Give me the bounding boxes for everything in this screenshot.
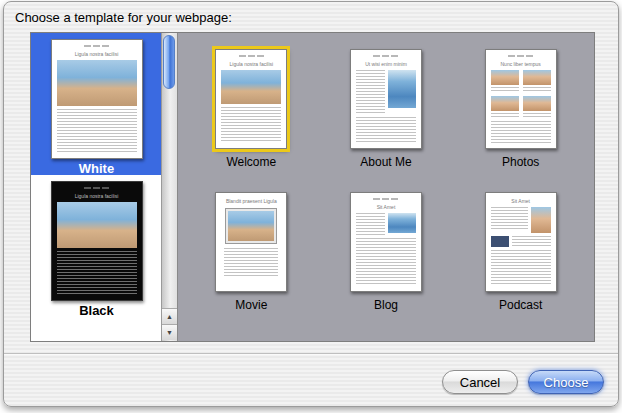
- preview-photo: [523, 96, 551, 111]
- theme-list: Ligula nostra facilisi White Ligula nost…: [31, 33, 178, 341]
- preview-media-box: [491, 236, 509, 247]
- preview-nav: [221, 55, 281, 58]
- preview-title: Sit Amet: [491, 198, 551, 204]
- template-item-about-me[interactable]: Ut wisi enim minim About Me: [319, 45, 454, 188]
- template-preview: Ligula nostra facilisi: [51, 181, 143, 301]
- preview-text-lines: [356, 117, 416, 143]
- preview-row: [491, 236, 551, 247]
- preview-text-lines: [491, 121, 551, 143]
- template-preview[interactable]: Ut wisi enim minim: [350, 49, 422, 149]
- preview-text-lines: [356, 238, 416, 286]
- preview-text-lines: [491, 113, 519, 118]
- template-preview[interactable]: Ligula nostra facilisi: [215, 49, 287, 149]
- template-item-photos[interactable]: Nunc liber tempus Photos: [453, 45, 588, 188]
- theme-label: White: [79, 161, 114, 176]
- template-chooser-dialog: Choose a template for your webpage: Ligu…: [3, 1, 619, 407]
- preview-nav: [356, 198, 416, 201]
- theme-item-white[interactable]: Ligula nostra facilisi White: [31, 33, 162, 175]
- preview-row: [356, 70, 416, 114]
- preview-title: Nunc liber tempus: [491, 61, 551, 67]
- footer-separator: [4, 353, 618, 354]
- theme-item-black[interactable]: Ligula nostra facilisi Black: [31, 175, 162, 317]
- template-label: Podcast: [499, 298, 542, 312]
- preview-nav: [57, 187, 137, 190]
- template-label: About Me: [360, 155, 411, 169]
- footer-buttons: Cancel Choose: [442, 370, 604, 394]
- scroll-down-button[interactable]: ▼: [162, 324, 177, 340]
- preview-photo: [388, 213, 416, 233]
- preview-photo: [491, 96, 519, 111]
- preview-photo: [388, 70, 416, 108]
- template-label: Photos: [502, 155, 539, 169]
- template-preview: Ligula nostra facilisi: [51, 39, 143, 159]
- preview-photo: [226, 209, 276, 243]
- template-grid: Ligula nostra facilisi Welcome Ut wisi e…: [178, 33, 594, 341]
- triangle-down-icon: ▼: [166, 329, 173, 336]
- theme-preview-black[interactable]: Ligula nostra facilisi: [51, 181, 143, 301]
- template-preview[interactable]: Blandit praesent Ligula: [215, 192, 287, 292]
- choose-button[interactable]: Choose: [528, 370, 604, 394]
- preview-title: Ligula nostra facilisi: [57, 193, 137, 199]
- preview-text-lines: [224, 248, 278, 276]
- dialog-title: Choose a template for your webpage:: [15, 10, 232, 25]
- preview-text-lines: [221, 107, 281, 143]
- preview-photo: [523, 70, 551, 85]
- preview-text-lines: [57, 251, 137, 295]
- preview-text-lines: [57, 109, 137, 153]
- template-label: Movie: [235, 298, 267, 312]
- preview-title: Blandit praesent Ligula: [221, 198, 281, 204]
- preview-nav: [356, 55, 416, 58]
- preview-title: Ligula nostra facilisi: [57, 51, 137, 57]
- preview-text-lines: [512, 236, 551, 246]
- preview-text-lines: [491, 207, 528, 231]
- scroll-up-button[interactable]: ▲: [162, 308, 177, 324]
- preview-photo: [57, 202, 137, 248]
- preview-title: Ligula nostra facilisi: [221, 61, 281, 67]
- preview-photo: [57, 60, 137, 106]
- template-preview[interactable]: Sit Amet: [350, 192, 422, 292]
- template-item-welcome[interactable]: Ligula nostra facilisi Welcome: [184, 45, 319, 188]
- template-preview[interactable]: Nunc liber tempus: [485, 49, 557, 149]
- preview-text-lines: [356, 213, 385, 235]
- cancel-button[interactable]: Cancel: [442, 370, 518, 394]
- triangle-up-icon: ▲: [166, 313, 173, 320]
- preview-photo: [221, 70, 281, 104]
- preview-text-lines: [491, 250, 551, 286]
- preview-text-lines: [356, 70, 385, 114]
- theme-label: Black: [79, 303, 114, 318]
- preview-photo: [531, 207, 551, 233]
- template-label: Welcome: [226, 155, 276, 169]
- sidebar-scrollbar[interactable]: ▲ ▼: [161, 33, 177, 341]
- preview-photo: [491, 70, 519, 85]
- template-panel: Ligula nostra facilisi White Ligula nost…: [30, 32, 595, 342]
- template-preview[interactable]: Sit Amet: [485, 192, 557, 292]
- preview-row: [491, 207, 551, 233]
- preview-text-lines: [523, 113, 551, 118]
- template-item-movie[interactable]: Blandit praesent Ligula Movie: [184, 188, 319, 331]
- preview-row: [356, 213, 416, 235]
- preview-text-lines: [491, 87, 519, 92]
- preview-nav: [57, 45, 137, 48]
- preview-title: Sit Amet: [356, 204, 416, 210]
- preview-text-lines: [523, 87, 551, 92]
- scrollbar-thumb[interactable]: [163, 35, 175, 89]
- template-item-podcast[interactable]: Sit Amet Podcast: [453, 188, 588, 331]
- preview-nav: [491, 55, 551, 58]
- theme-preview-white[interactable]: Ligula nostra facilisi: [51, 39, 143, 159]
- scrollbar-arrows: ▲ ▼: [162, 308, 177, 340]
- preview-title: Ut wisi enim minim: [356, 61, 416, 67]
- template-item-blog[interactable]: Sit Amet Blog: [319, 188, 454, 331]
- template-label: Blog: [374, 298, 398, 312]
- preview-photo-grid: [491, 70, 551, 118]
